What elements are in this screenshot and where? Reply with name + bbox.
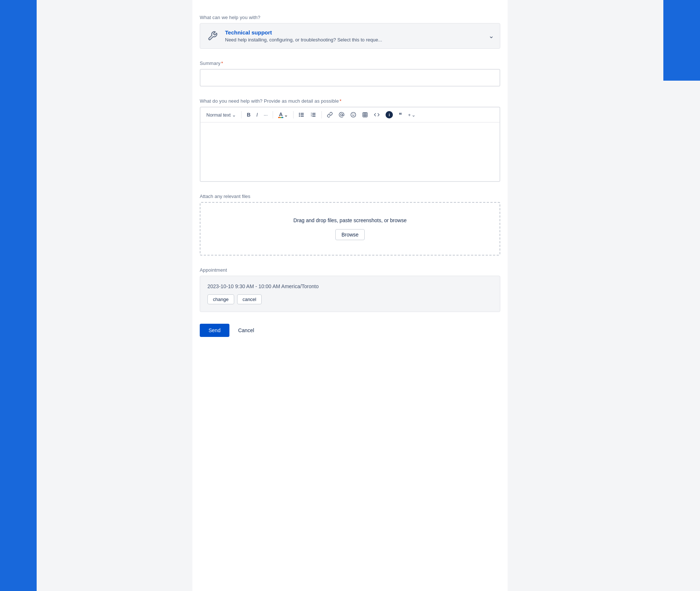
info-icon: i xyxy=(386,111,393,118)
quote-button[interactable]: ❝ xyxy=(397,110,404,120)
toolbar-divider-4 xyxy=(321,111,322,118)
attach-section: Attach any relevant files Drag and drop … xyxy=(200,194,500,256)
chevron-down-icon: ⌄ xyxy=(489,32,494,40)
svg-point-12 xyxy=(341,114,343,115)
more-formatting-button[interactable]: ··· xyxy=(261,111,270,119)
wrench-icon xyxy=(206,29,219,43)
attach-label: Attach any relevant files xyxy=(200,194,500,199)
rich-editor: Normal text ⌄ B I ··· A xyxy=(200,107,500,182)
service-text: Technical support Need help installing, … xyxy=(225,29,483,43)
editor-content-area[interactable] xyxy=(200,122,500,181)
appointment-label: Appointment xyxy=(200,267,500,273)
mention-button[interactable] xyxy=(336,110,347,119)
more-options-button[interactable]: + ⌄ xyxy=(406,111,418,119)
appointment-box: 2023-10-10 9:30 AM - 10:00 AM America/To… xyxy=(200,276,500,312)
chevron-down-icon: ⌄ xyxy=(232,112,236,118)
color-chevron-icon: ⌄ xyxy=(284,112,288,118)
table-button[interactable] xyxy=(360,110,370,119)
form-actions: Send Cancel xyxy=(200,324,500,337)
color-indicator xyxy=(278,117,283,118)
bullet-list-button[interactable] xyxy=(296,110,307,119)
change-appointment-button[interactable]: change xyxy=(207,294,234,304)
summary-label: Summary* xyxy=(200,60,500,66)
more-chevron-icon: ⌄ xyxy=(412,112,416,118)
info-button[interactable]: i xyxy=(383,110,395,120)
appointment-actions: change cancel xyxy=(207,294,493,304)
text-color-button[interactable]: A ⌄ xyxy=(276,110,290,120)
svg-rect-9 xyxy=(312,114,316,115)
numbered-list-button[interactable]: 1. 2. 3. xyxy=(308,110,318,119)
svg-point-2 xyxy=(299,114,300,115)
attach-drop-zone[interactable]: Drag and drop files, paste screenshots, … xyxy=(200,202,500,256)
appointment-time: 2023-10-10 9:30 AM - 10:00 AM America/To… xyxy=(207,283,493,289)
send-button[interactable]: Send xyxy=(200,324,229,337)
detail-label: What do you need help with? Provide as m… xyxy=(200,98,500,104)
cancel-button[interactable]: Cancel xyxy=(235,324,257,337)
bold-button[interactable]: B xyxy=(244,110,253,119)
svg-point-13 xyxy=(351,112,356,117)
right-sidebar xyxy=(663,0,700,81)
help-type-label: What can we help you with? xyxy=(200,15,500,20)
browse-button[interactable]: Browse xyxy=(335,229,365,240)
editor-toolbar: Normal text ⌄ B I ··· A xyxy=(200,107,500,122)
svg-rect-3 xyxy=(301,114,304,115)
summary-section: Summary* xyxy=(200,60,500,87)
toolbar-divider-2 xyxy=(273,111,273,118)
svg-point-4 xyxy=(299,116,300,117)
emoji-button[interactable] xyxy=(348,110,358,119)
toolbar-divider-1 xyxy=(241,111,242,118)
required-indicator-detail: * xyxy=(340,98,342,104)
required-indicator: * xyxy=(221,60,223,66)
svg-rect-7 xyxy=(312,113,316,114)
attach-text: Drag and drop files, paste screenshots, … xyxy=(208,217,492,223)
appointment-section: Appointment 2023-10-10 9:30 AM - 10:00 A… xyxy=(200,267,500,312)
service-title: Technical support xyxy=(225,29,483,36)
svg-rect-11 xyxy=(312,116,316,117)
text-style-dropdown[interactable]: Normal text ⌄ xyxy=(204,111,238,119)
cancel-appointment-button[interactable]: cancel xyxy=(237,294,262,304)
svg-text:3.: 3. xyxy=(311,115,312,117)
detail-section: What do you need help with? Provide as m… xyxy=(200,98,500,182)
svg-rect-1 xyxy=(301,113,304,114)
svg-point-0 xyxy=(299,113,300,114)
code-button[interactable] xyxy=(372,110,382,119)
link-button[interactable] xyxy=(325,110,335,119)
service-description: Need help installing, configuring, or tr… xyxy=(225,37,483,43)
left-sidebar xyxy=(0,0,37,591)
service-selector[interactable]: Technical support Need help installing, … xyxy=(200,23,500,49)
svg-rect-16 xyxy=(363,113,367,117)
summary-input[interactable] xyxy=(200,69,500,87)
italic-button[interactable]: I xyxy=(254,110,260,119)
svg-rect-5 xyxy=(301,116,304,117)
help-type-section: What can we help you with? Technical sup… xyxy=(200,15,500,49)
toolbar-divider-3 xyxy=(293,111,294,118)
